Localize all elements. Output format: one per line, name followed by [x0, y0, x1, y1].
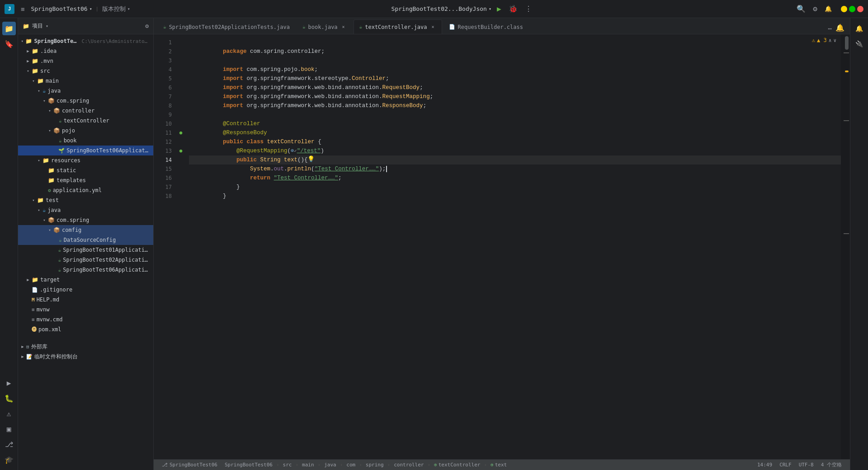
debug-tool-button[interactable]: 🐛 — [2, 391, 16, 405]
tree-item-test02[interactable]: ▶ ☕ SpringBootTest02ApplicationTes — [18, 255, 153, 265]
code-line-10: @ResponseBody — [189, 119, 841, 128]
yml-file-icon: ⚙ — [48, 188, 51, 193]
encoding-status[interactable]: UTF-8 — [795, 460, 817, 470]
tree-item-external-libs[interactable]: ▶ ⊞ 外部库 — [18, 342, 153, 352]
tree-item-java[interactable]: ▾ ☕ java — [18, 86, 153, 96]
code-line-9: @Controller — [189, 110, 841, 119]
resources-folder-icon: 📁 — [42, 157, 49, 164]
learn-tool-button[interactable]: 🎓 — [2, 453, 16, 466]
target-folder-icon: 📁 — [32, 277, 38, 283]
tree-item-textcontroller[interactable]: ▶ ☕ textController — [18, 116, 153, 126]
tree-item-controller[interactable]: ▾ 📦 controller — [18, 106, 153, 116]
tree-item-test[interactable]: ▾ 📁 test — [18, 195, 153, 205]
tree-item-mvnw[interactable]: ▶ ≡ mvnw — [18, 305, 153, 315]
tree-item-static[interactable]: ▶ 📁 static — [18, 165, 153, 175]
vcs-button[interactable]: 版本控制 ▾ — [102, 5, 130, 13]
warning-scroll-marker — [845, 70, 849, 72]
tree-item-scratch[interactable]: ▶ 📝 临时文件和控制台 — [18, 352, 153, 362]
close-button[interactable] — [857, 6, 863, 12]
test01-file-icon: ☕ — [58, 247, 61, 253]
scroll-thumb[interactable] — [845, 36, 849, 50]
tree-item-comfig[interactable]: ▾ 📦 comfig — [18, 225, 153, 235]
more-run-options[interactable]: ⋮ — [523, 3, 534, 15]
indent-status[interactable]: 4 个空格 — [817, 460, 845, 470]
problems-tool-button[interactable]: ⚠ — [2, 407, 16, 420]
root-folder-icon: 📁 — [25, 38, 32, 44]
notifications-right-icon[interactable]: 🔔 — [853, 22, 866, 35]
tab-requestbuilder[interactable]: 📄 RequestBuilder.class — [443, 19, 529, 34]
tree-item-templates[interactable]: ▶ 📁 templates — [18, 175, 153, 185]
external-libs-icon: ⊞ — [26, 344, 29, 350]
test02-file-icon: ☕ — [58, 257, 61, 263]
editor-content: 1 2 3 4 5 6 7 8 9 10 11 12 13 14 15 16 1… — [154, 34, 850, 459]
tree-item-springboot06app[interactable]: ▶ 🌱 SpringBootTest06Application — [18, 146, 153, 155]
gutter-run-11[interactable]: ● — [176, 128, 185, 137]
tree-item-gitignore[interactable]: ▶ 📄 .gitignore — [18, 285, 153, 295]
cursor-position-status[interactable]: 14:49 — [754, 460, 776, 470]
tree-item-mvnwcmd[interactable]: ▶ ≡ mvnw.cmd — [18, 315, 153, 324]
tree-item-java-test[interactable]: ▾ ☕ java — [18, 205, 153, 215]
tree-item-applicationyml[interactable]: ▶ ⚙ application.yml — [18, 185, 153, 195]
left-toolbar: 📁 🔖 ▶ 🐛 ⚠ ▣ ⎇ 🎓 — [0, 18, 18, 470]
maximize-button[interactable] — [849, 6, 855, 12]
line-numbers-gutter: 1 2 3 4 5 6 7 8 9 10 11 12 13 14 15 16 1… — [154, 34, 176, 459]
settings-button[interactable]: ⚙ — [811, 3, 819, 15]
helpmd-icon: Μ — [32, 297, 35, 303]
run-tool-button[interactable]: ▶ — [2, 376, 16, 390]
tree-item-target[interactable]: ▶ 📁 target — [18, 275, 153, 285]
idea-folder-icon: 📁 — [32, 48, 38, 54]
terminal-tool-button[interactable]: ▣ — [2, 422, 16, 436]
bookmarks-tool-button[interactable]: 🔖 — [2, 37, 16, 51]
pojo-pkg-icon: 📦 — [53, 127, 60, 134]
project-tool-button[interactable]: 📁 — [2, 22, 16, 35]
tab-textcontroller[interactable]: ☕ textController.java × — [354, 19, 442, 34]
tree-item-comspring[interactable]: ▾ 📦 com.spring — [18, 96, 153, 106]
gutter-icons: ● ● — [176, 34, 185, 459]
header-dropdown-icon[interactable]: ▾ — [46, 24, 48, 28]
breadcrumb-status[interactable]: SpringBootTest06 › src › main › java › c… — [221, 460, 510, 470]
warning-indicator[interactable]: ⚠ ▲ 3 ∧ ∨ — [812, 37, 836, 43]
tree-item-datasourceconfig[interactable]: ▶ ☕ DataSourceConfig — [18, 235, 153, 245]
tab-close-book[interactable]: × — [340, 24, 347, 30]
comspring-test-pkg-icon: 📦 — [48, 217, 55, 223]
tree-item-idea[interactable]: ▶ 📁 .idea — [18, 46, 153, 56]
sidebar-settings-icon[interactable]: ⚙ — [145, 23, 149, 29]
tab-book[interactable]: ☕ book.java × — [297, 19, 353, 34]
code-editor[interactable]: package com.spring.controller; import co… — [185, 34, 841, 459]
plugin-icon[interactable]: 🔌 — [853, 37, 866, 51]
tree-item-resources[interactable]: ▾ 📁 resources — [18, 155, 153, 165]
java-test-folder-icon: ☕ — [42, 207, 46, 213]
search-everywhere-button[interactable]: 🔍 — [795, 3, 807, 15]
notifications-icon[interactable]: 🔔 — [834, 22, 846, 34]
tab-close-textcontroller[interactable]: × — [430, 24, 436, 30]
debug-button[interactable]: 🐞 — [507, 3, 519, 15]
notifications-button[interactable]: 🔔 — [823, 4, 834, 14]
tab-springboottest02[interactable]: ☕ SpringBootTest02ApplicationTests.java — [157, 19, 296, 34]
pomxml-icon: 🅜 — [32, 327, 37, 333]
tree-item-book[interactable]: ▶ ☕ book — [18, 136, 153, 146]
tree-item-main[interactable]: ▾ 📁 main — [18, 76, 153, 86]
gutter-run-13[interactable]: ● — [176, 146, 185, 155]
tree-item-pojo[interactable]: ▾ 📦 pojo — [18, 126, 153, 136]
git-tool-button[interactable]: ⎇ — [2, 437, 16, 451]
textcontroller-file-icon: ☕ — [59, 118, 62, 124]
tree-item-test01[interactable]: ▶ ☕ SpringBootTest01ApplicationTes — [18, 245, 153, 255]
run-button[interactable]: ▶ — [495, 3, 503, 15]
tree-item-pomxml[interactable]: ▶ 🅜 pom.xml — [18, 324, 153, 334]
tab-more-button[interactable]: ⋯ — [826, 23, 834, 34]
springboot-app-icon: 🌱 — [58, 148, 65, 154]
tree-item-mvn[interactable]: ▶ 📁 .mvn — [18, 56, 153, 66]
run-config-name[interactable]: SpringBootTest02...BodyJson ▾ — [392, 5, 491, 12]
project-name[interactable]: SpringBootTest06 ▾ — [31, 5, 92, 12]
tree-item-test06[interactable]: ▶ ☕ SpringBootTest06ApplicationTes — [18, 265, 153, 275]
editor-tabs: ☕ SpringBootTest02ApplicationTests.java … — [154, 18, 850, 34]
tree-item-src[interactable]: ▾ 📁 src — [18, 66, 153, 76]
main-area: 📁 🔖 ▶ 🐛 ⚠ ▣ ⎇ 🎓 📁 项目 ▾ ⚙ ▾ 📁 SpringBootT… — [0, 18, 868, 470]
git-branch-status[interactable]: ⎇ SpringBootTest06 — [158, 460, 221, 470]
line-ending-status[interactable]: CRLF — [776, 460, 795, 470]
tree-item-helpmd[interactable]: ▶ Μ HELP.md — [18, 295, 153, 305]
tree-item-root[interactable]: ▾ 📁 SpringBootTest06 C:\Users\Administra… — [18, 36, 153, 46]
tree-item-comspring-test[interactable]: ▾ 📦 com.spring — [18, 215, 153, 225]
hamburger-menu[interactable]: ≡ — [18, 4, 27, 14]
minimize-button[interactable] — [841, 6, 847, 12]
